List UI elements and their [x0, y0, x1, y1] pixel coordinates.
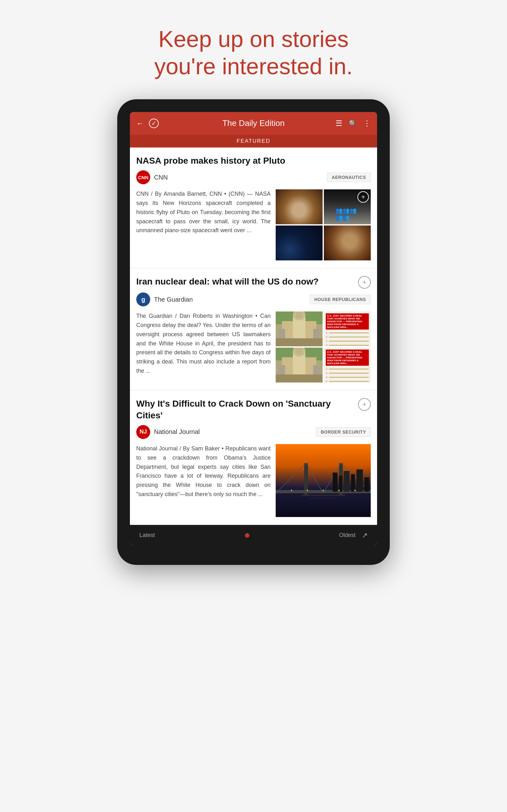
article-card: NASA probe makes history at Pluto CNN CN…: [130, 148, 377, 268]
tagline-section: Keep up on stories you're interested in.: [91, 0, 416, 99]
menu-icon[interactable]: ☰: [336, 119, 343, 128]
article-text: CNN / By Amanda Barnett, CNN • (CNN) — N…: [136, 189, 271, 260]
article-title[interactable]: Why It's Difficult to Crack Down on 'San…: [136, 398, 358, 421]
back-icon[interactable]: ←: [136, 119, 144, 128]
svg-rect-27: [333, 473, 337, 492]
source-left: NJ National Journal: [136, 425, 200, 439]
article-title-row: Why It's Difficult to Crack Down on 'San…: [136, 398, 371, 421]
svg-rect-5: [296, 312, 302, 318]
doc-line-2: ✓: [326, 376, 369, 379]
svg-rect-33: [301, 495, 345, 496]
device-screen: ← ✓ The Daily Edition ☰ 🔍 ⋮ FEATURED NAS…: [130, 112, 377, 546]
header-right: ☰ 🔍 ⋮: [336, 119, 371, 128]
svg-rect-29: [344, 471, 349, 492]
share-icon[interactable]: ↗: [362, 531, 368, 540]
image-grid: +: [276, 189, 371, 260]
tagline-line1: Keep up on stories: [158, 26, 349, 52]
doc-red-bar-2: U.S. JUST SECURED A DEAL THAT ACHIEVES W…: [326, 350, 369, 366]
article-images: +: [276, 189, 371, 260]
article-title[interactable]: Iran nuclear deal: what will the US do n…: [136, 276, 358, 287]
svg-rect-28: [339, 476, 342, 492]
doc-line-2: ✓: [326, 368, 369, 370]
svg-rect-31: [356, 469, 363, 492]
svg-point-39: [338, 490, 340, 491]
source-row: g The Guardian HOUSE REPUBLICANS: [136, 293, 371, 306]
svg-rect-35: [295, 501, 352, 502]
article-images: [276, 444, 371, 517]
bottom-nav: Latest Oldest ↗: [130, 525, 377, 546]
article-card: Why It's Difficult to Crack Down on 'San…: [130, 391, 377, 525]
nj-logo: NJ: [136, 425, 150, 439]
featured-banner: FEATURED: [130, 135, 377, 148]
add-article-btn[interactable]: +: [358, 398, 371, 411]
svg-rect-8: [276, 339, 323, 346]
more-icon[interactable]: ⋮: [363, 119, 371, 128]
app-title: The Daily Edition: [222, 118, 285, 128]
document-image: U.S. JUST SECURED A DEAL THAT ACHIEVES W…: [324, 311, 371, 346]
article-text: The Guardian / Dan Roberts in Washington…: [136, 311, 271, 383]
oldest-label[interactable]: Oldest: [339, 532, 355, 539]
source-name: The Guardian: [154, 296, 193, 303]
capitol-images: U.S. JUST SECURED A DEAL THAT ACHIEVES W…: [276, 311, 371, 383]
nav-center: [245, 533, 249, 538]
search-icon[interactable]: 🔍: [349, 119, 357, 127]
svg-rect-32: [364, 477, 369, 492]
pluto-closeup-image: [324, 225, 371, 260]
doc-line: ✓: [326, 336, 369, 339]
category-tag[interactable]: BORDER SECURITY: [316, 427, 371, 437]
svg-point-36: [291, 490, 292, 491]
doc-line: ✓: [326, 332, 369, 334]
category-tag[interactable]: AERONAUTICS: [327, 172, 371, 182]
article-card: Iran nuclear deal: what will the US do n…: [130, 268, 377, 391]
article-title-row: Iran nuclear deal: what will the US do n…: [136, 276, 371, 289]
add-image-btn[interactable]: +: [357, 191, 369, 203]
source-name: National Journal: [154, 428, 200, 436]
add-article-btn[interactable]: +: [358, 276, 371, 289]
doc-line-2: ✓: [326, 380, 369, 383]
article-images: U.S. JUST SECURED A DEAL THAT ACHIEVES W…: [276, 311, 371, 383]
doc-line-2: ✓: [326, 372, 369, 374]
document-image-2: U.S. JUST SECURED A DEAL THAT ACHIEVES W…: [324, 348, 371, 383]
doc-line: ✓: [326, 340, 369, 343]
article-body: The Guardian / Dan Roberts in Washington…: [136, 311, 371, 383]
source-row: NJ National Journal BORDER SECURITY: [136, 425, 371, 439]
article-body: CNN / By Amanda Barnett, CNN • (CNN) — N…: [136, 189, 371, 260]
capitol-image: [276, 311, 323, 346]
svg-point-37: [307, 490, 308, 491]
svg-rect-14: [296, 348, 302, 354]
svg-rect-17: [276, 374, 323, 383]
svg-rect-30: [351, 474, 355, 492]
svg-point-40: [354, 490, 355, 491]
article-text: National Journal / By Sam Baker • Republ…: [136, 444, 271, 517]
capitol-image-2: [276, 348, 323, 383]
nav-right: Oldest ↗: [339, 531, 368, 540]
crowd-image: +: [324, 189, 371, 224]
doc-line: ✓: [326, 344, 369, 346]
pluto-space-image: [276, 225, 323, 260]
tagline-text: Keep up on stories you're interested in.: [154, 26, 353, 80]
device-frame: ← ✓ The Daily Edition ☰ 🔍 ⋮ FEATURED NAS…: [117, 99, 390, 565]
app-header: ← ✓ The Daily Edition ☰ 🔍 ⋮: [130, 112, 377, 135]
svg-point-38: [323, 490, 324, 491]
article-title[interactable]: NASA probe makes history at Pluto: [136, 155, 371, 166]
source-row: CNN CNN AERONAUTICS: [136, 170, 371, 184]
guardian-logo: g: [136, 293, 150, 306]
bridge-svg: [276, 444, 371, 517]
capitol-svg: [276, 311, 323, 346]
nav-dot[interactable]: [245, 533, 249, 538]
capitol-svg-2: [276, 348, 323, 383]
bridge-image: [276, 444, 371, 517]
latest-label[interactable]: Latest: [139, 532, 155, 539]
doc-red-bar: U.S. JUST SECURED A DEAL THAT ACHIEVES W…: [326, 313, 369, 329]
source-left: g The Guardian: [136, 293, 193, 306]
tagline-line2: you're interested in.: [154, 54, 353, 79]
check-icon[interactable]: ✓: [149, 119, 159, 128]
cnn-logo: CNN: [136, 170, 150, 184]
article-title-row: NASA probe makes history at Pluto: [136, 155, 371, 166]
source-name: CNN: [154, 174, 168, 181]
svg-rect-34: [307, 498, 339, 499]
pluto-image-1: [276, 189, 323, 224]
source-left: CNN CNN: [136, 170, 168, 184]
header-left: ← ✓: [136, 119, 159, 128]
category-tag[interactable]: HOUSE REPUBLICANS: [309, 295, 371, 304]
